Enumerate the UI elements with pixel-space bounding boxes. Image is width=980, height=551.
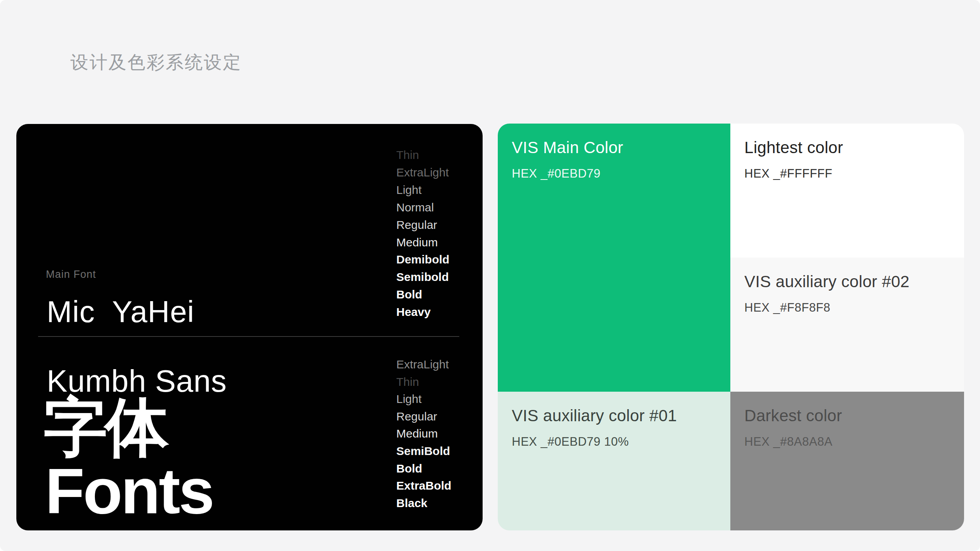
color-card-hex-value: HEX _#FFFFFF: [744, 167, 964, 181]
weight-item: Light: [396, 181, 450, 199]
weight-item: Thin: [396, 373, 452, 391]
color-card-vis-main: VIS Main Color HEX _#0EBD79: [498, 124, 730, 392]
weight-item: Regular: [396, 408, 452, 425]
color-card-title: Darkest color: [744, 406, 964, 425]
weight-item: Light: [396, 391, 452, 408]
color-card-title: Lightest color: [744, 138, 964, 157]
main-font-weight-list: Thin ExtraLight Light Normal Regular Med…: [396, 146, 450, 321]
color-card-darkest: Darkest color HEX _#8A8A8A: [730, 392, 964, 530]
weight-item: Regular: [396, 216, 450, 234]
color-system-grid: VIS Main Color HEX _#0EBD79 VIS auxiliar…: [498, 124, 964, 530]
color-card-aux-02: VIS auxiliary color #02 HEX _#F8F8F8: [730, 258, 964, 392]
weight-item: Heavy: [396, 303, 450, 321]
color-card-hex-value: HEX _#0EBD79: [512, 167, 730, 181]
font-card-divider: [38, 336, 459, 337]
weight-item: ExtraBold: [396, 477, 452, 495]
weight-item: Bold: [396, 460, 452, 478]
color-card-hex-value: HEX _#F8F8F8: [744, 301, 964, 315]
color-grid-left-column: VIS Main Color HEX _#0EBD79 VIS auxiliar…: [498, 124, 730, 530]
weight-item: Medium: [396, 425, 452, 443]
color-grid-right-column: Lightest color HEX _#FFFFFF VIS auxiliar…: [730, 124, 964, 530]
color-card-aux-01: VIS auxiliary color #01 HEX _#0EBD79 10%: [498, 392, 730, 530]
main-font-name: Mic YaHei: [47, 294, 194, 330]
main-font-label: Main Font: [46, 269, 96, 281]
weight-item: Black: [396, 495, 452, 512]
weight-item: Bold: [396, 286, 450, 303]
color-card-title: VIS Main Color: [512, 138, 730, 157]
weight-item: SemiBold: [396, 443, 452, 460]
design-system-page: 设计及色彩系统设定 Main Font Mic YaHei 字体 Thin Ex…: [0, 0, 980, 551]
page-title: 设计及色彩系统设定: [70, 51, 242, 75]
weight-item: Medium: [396, 234, 450, 251]
secondary-font-specimen: Fonts: [45, 454, 213, 528]
color-card-title: VIS auxiliary color #02: [744, 272, 964, 291]
weight-item: Normal: [396, 199, 450, 216]
weight-item: Demibold: [396, 251, 450, 269]
secondary-font-name: Kumbh Sans: [47, 363, 227, 399]
font-card: Main Font Mic YaHei 字体 Thin ExtraLight L…: [16, 124, 483, 530]
weight-item: ExtraLight: [396, 164, 450, 181]
secondary-font-weight-list: ExtraLight Thin Light Regular Medium Sem…: [396, 356, 452, 512]
color-card-hex-value: HEX _#0EBD79 10%: [512, 435, 730, 449]
weight-item: Semibold: [396, 269, 450, 286]
weight-item: ExtraLight: [396, 356, 452, 373]
color-card-hex-value: HEX _#8A8A8A: [744, 435, 964, 449]
color-card-title: VIS auxiliary color #01: [512, 406, 730, 425]
weight-item: Thin: [396, 146, 450, 164]
color-card-lightest: Lightest color HEX _#FFFFFF: [730, 124, 964, 258]
